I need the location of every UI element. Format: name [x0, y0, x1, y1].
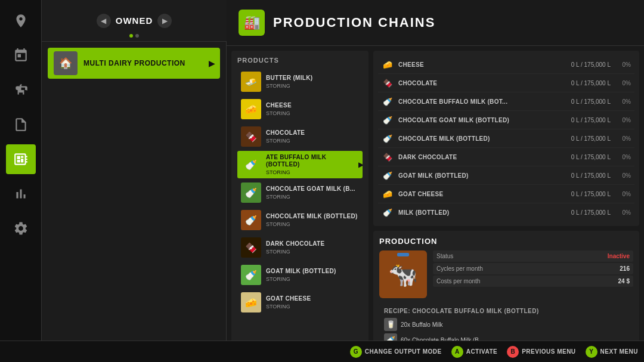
storage-name-1: CHOCOLATE	[398, 80, 571, 86]
owned-panel: ◀ OWNED ▶	[97, 14, 172, 28]
prod-cycles-label: Cycles per month	[436, 265, 483, 272]
prod-image: 🐄	[379, 250, 427, 298]
product-arrow-3: ▶	[358, 160, 363, 169]
product-name-3: ATE BUFFALO MILK (BOTTLED)	[266, 154, 359, 168]
bottom-btn-next-menu[interactable]: Y NEXT MENU	[586, 346, 638, 358]
bottom-btn-key-previous-menu: B	[507, 346, 519, 358]
product-item-7[interactable]: 🍼 GOAT MILK (BOTTLED) STORING	[237, 262, 363, 288]
storage-row-3: 🍼 CHOCOLATE GOAT MILK (BOTTLED) 0 L / 17…	[378, 111, 634, 129]
prod-status-value: Inactive	[608, 253, 630, 259]
storage-amount-3: 0 L / 175,000 L	[571, 117, 611, 123]
product-thumb-8: 🧀	[241, 292, 261, 313]
product-info-5: CHOCOLATE MILK (BOTTLED) STORING	[266, 213, 358, 227]
sidebar-item-settings[interactable]	[6, 214, 36, 243]
storage-amount-4: 0 L / 175,000 L	[571, 135, 611, 142]
nav-dot-1	[129, 34, 133, 38]
bottom-btn-change-output[interactable]: G CHANGE OUTPUT MODE	[350, 346, 442, 358]
product-name-7: GOAT MILK (BOTTLED)	[266, 268, 336, 275]
product-name-8: GOAT CHEESE	[266, 295, 311, 302]
bottom-btn-label-previous-menu: PREVIOUS MENU	[522, 348, 575, 355]
product-info-4: CHOCOLATE GOAT MILK (B... STORING	[266, 185, 355, 200]
storage-icon-6: 🍼	[382, 169, 394, 181]
storage-row-4: 🍼 CHOCOLATE MILK (BOTTLED) 0 L / 175,000…	[378, 129, 634, 148]
content-row: PRODUCTS 🧈 BUTTER (MILK) STORING 🧀 CHEES…	[227, 46, 644, 362]
product-name-2: CHOCOLATE	[266, 129, 305, 137]
storage-pct-4: 0%	[618, 135, 631, 142]
pc-title: PRODUCTION CHAINS	[273, 15, 435, 30]
product-sub-1: STORING	[266, 110, 292, 116]
storage-pct-3: 0%	[618, 117, 631, 123]
storage-row-8: 🍼 MILK (BOTTLED) 0 L / 175,000 L 0%	[378, 203, 634, 221]
main-content: 🏭 PRODUCTION CHAINS PRODUCTS 🧈 BUTTER (M…	[227, 0, 644, 362]
storage-icon-3: 🍼	[382, 114, 394, 126]
product-sub-6: STORING	[266, 249, 324, 255]
sidebar-item-calendar[interactable]	[6, 41, 36, 70]
prod-stats: Status Inactive Cycles per month 216 Cos…	[433, 250, 633, 298]
product-sub-2: STORING	[266, 138, 305, 144]
product-thumb-6: 🍫	[241, 237, 261, 258]
product-name-5: CHOCOLATE MILK (BOTTLED)	[266, 213, 358, 220]
product-item-2[interactable]: 🍫 CHOCOLATE STORING	[237, 123, 363, 150]
product-sub-3: STORING	[266, 169, 359, 175]
product-item-1[interactable]: 🧀 CHEESE STORING	[237, 96, 363, 122]
prod-stat-cycles: Cycles per month 216	[433, 263, 633, 274]
product-info-7: GOAT MILK (BOTTLED) STORING	[266, 268, 336, 282]
sidebar-item-documents[interactable]	[6, 110, 36, 140]
product-thumb-2: 🍫	[241, 126, 261, 147]
storage-name-5: DARK CHOCOLATE	[398, 154, 571, 160]
storage-name-4: CHOCOLATE MILK (BOTTLED)	[398, 135, 571, 142]
prod-image-cap	[397, 253, 409, 256]
prod-costs-label: Costs per month	[436, 278, 480, 284]
prev-nav-arrow[interactable]: ◀	[97, 14, 111, 28]
bottom-btn-previous-menu[interactable]: B PREVIOUS MENU	[507, 346, 575, 358]
storage-pct-8: 0%	[618, 209, 631, 216]
product-name-4: CHOCOLATE GOAT MILK (B...	[266, 185, 355, 193]
product-name-0: BUTTER (MILK)	[266, 75, 312, 82]
storage-amount-1: 0 L / 175,000 L	[571, 80, 611, 86]
storage-row-0: 🧀 CHEESE 0 L / 175,000 L 0%	[378, 55, 634, 74]
storage-name-8: MILK (BOTTLED)	[398, 209, 571, 216]
right-panel: 🧀 CHEESE 0 L / 175,000 L 0% 🍫 CHOCOLATE …	[373, 46, 644, 362]
prod-cycles-value: 216	[620, 265, 630, 272]
product-item-6[interactable]: 🍫 DARK CHOCOLATE STORING	[237, 234, 363, 261]
product-item-4[interactable]: 🍼 CHOCOLATE GOAT MILK (B... STORING	[237, 180, 363, 206]
product-info-6: DARK CHOCOLATE STORING	[266, 240, 324, 255]
bottom-btn-activate[interactable]: A ACTIVATE	[451, 346, 498, 358]
farm-card[interactable]: 🏠 MULTI DAIRY PRODUCTION ▶	[48, 48, 220, 79]
storage-pct-2: 0%	[618, 98, 631, 105]
nav-dot-2	[135, 34, 139, 38]
product-item-3[interactable]: 🍼 ATE BUFFALO MILK (BOTTLED) STORING ▶	[237, 151, 363, 178]
products-panel: PRODUCTS 🧈 BUTTER (MILK) STORING 🧀 CHEES…	[231, 51, 369, 357]
recipe-item-0: 🥛 20x Buffalo Milk	[384, 318, 628, 331]
bottom-btn-key-change-output: G	[350, 346, 362, 358]
product-thumb-1: 🧀	[241, 99, 261, 119]
storage-pct-7: 0%	[618, 191, 631, 197]
storage-pct-5: 0%	[618, 154, 631, 160]
bottom-btn-key-next-menu: Y	[586, 346, 597, 358]
storage-name-3: CHOCOLATE GOAT MILK (BOTTLED)	[398, 117, 571, 123]
product-item-8[interactable]: 🧀 GOAT CHEESE STORING	[237, 289, 363, 315]
product-info-1: CHEESE STORING	[266, 102, 292, 116]
storage-icon-8: 🍼	[382, 206, 394, 218]
storage-icon-1: 🍫	[382, 77, 394, 89]
top-nav: ◀ OWNED ▶	[42, 0, 227, 42]
bottom-btn-label-change-output: CHANGE OUTPUT MODE	[365, 348, 442, 355]
product-item-0[interactable]: 🧈 BUTTER (MILK) STORING	[237, 69, 363, 95]
pc-icon: 🏭	[239, 10, 265, 36]
storage-amount-0: 0 L / 175,000 L	[571, 61, 611, 68]
product-sub-7: STORING	[266, 276, 336, 282]
product-list-wrap[interactable]: 🧈 BUTTER (MILK) STORING 🧀 CHEESE STORING…	[237, 69, 363, 315]
storage-amount-7: 0 L / 175,000 L	[571, 191, 611, 197]
product-sub-5: STORING	[266, 221, 358, 227]
storage-pct-1: 0%	[618, 80, 631, 86]
sidebar-item-statistics[interactable]	[6, 179, 36, 209]
recipe-title: RECIPE: CHOCOLATE BUFFALO MILK (BOTTLED)	[384, 308, 628, 314]
sidebar-item-animals[interactable]	[6, 75, 36, 105]
sidebar	[0, 0, 42, 362]
sidebar-item-production[interactable]	[6, 144, 36, 174]
product-item-5[interactable]: 🍼 CHOCOLATE MILK (BOTTLED) STORING	[237, 207, 363, 233]
next-nav-arrow[interactable]: ▶	[157, 14, 172, 28]
product-thumb-0: 🧈	[241, 72, 261, 92]
product-info-2: CHOCOLATE STORING	[266, 129, 305, 144]
sidebar-item-map[interactable]	[6, 6, 36, 36]
